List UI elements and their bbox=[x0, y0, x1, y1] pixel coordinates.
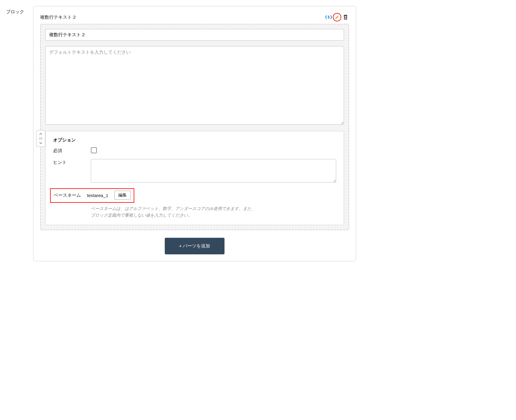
part-name-input[interactable] bbox=[45, 29, 344, 41]
options-card: オプション 必須 ヒント bbox=[45, 131, 344, 225]
options-heading: オプション bbox=[53, 137, 336, 143]
basename-help-text: ベースネームは、はアルファベット、数字、アンダースコアのみ使用できます。また、ブ… bbox=[53, 205, 258, 219]
required-label: 必須 bbox=[53, 147, 91, 154]
block-action-icons: $ bbox=[325, 13, 349, 21]
svg-point-7 bbox=[40, 139, 41, 139]
svg-text:$: $ bbox=[328, 15, 330, 19]
basename-value: textarea_1 bbox=[87, 193, 108, 198]
trash-icon[interactable] bbox=[342, 14, 349, 21]
basename-edit-button[interactable]: 編集 bbox=[114, 191, 131, 200]
chevron-down-icon bbox=[39, 142, 42, 144]
grip-icon bbox=[39, 137, 43, 140]
svg-point-5 bbox=[42, 138, 42, 138]
block-panel: 複数行テキスト 2 $ bbox=[33, 6, 356, 261]
svg-point-3 bbox=[39, 138, 40, 138]
drag-handle[interactable] bbox=[36, 130, 45, 147]
variable-icon[interactable]: $ bbox=[325, 14, 332, 21]
add-parts-button[interactable]: + パーツを追加 bbox=[165, 238, 225, 254]
block-body: オプション 必須 ヒント bbox=[40, 24, 349, 230]
section-label: ブロック bbox=[6, 6, 24, 261]
block-title: 複数行テキスト 2 bbox=[40, 14, 76, 20]
svg-point-8 bbox=[42, 139, 42, 139]
basename-highlight: ベースネーム textarea_1 編集 bbox=[50, 188, 134, 203]
svg-point-6 bbox=[39, 139, 40, 139]
svg-point-4 bbox=[40, 138, 41, 138]
edit-icon[interactable] bbox=[333, 13, 341, 21]
basename-label: ベースネーム bbox=[51, 192, 81, 198]
required-checkbox[interactable] bbox=[91, 147, 97, 153]
chevron-up-icon bbox=[39, 133, 42, 135]
hint-label: ヒント bbox=[53, 159, 91, 165]
hint-textarea[interactable] bbox=[91, 159, 336, 183]
default-text-textarea[interactable] bbox=[45, 46, 344, 125]
